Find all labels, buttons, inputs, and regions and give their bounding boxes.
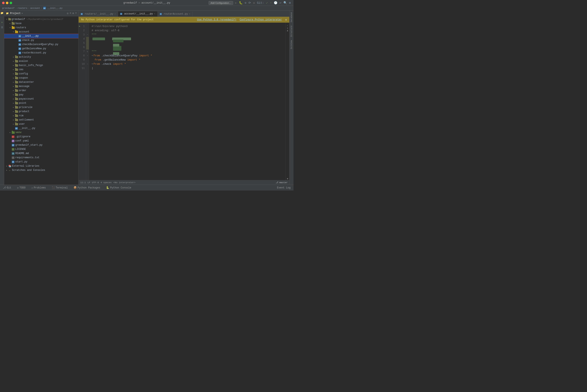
stop-icon[interactable]: ◼ bbox=[252, 1, 255, 5]
tree-item-config[interactable]: config bbox=[4, 72, 78, 76]
project-icon-btn[interactable]: 📁 bbox=[0, 11, 4, 15]
tree-item-product[interactable]: product bbox=[4, 110, 78, 114]
breadcrumb-account[interactable]: account bbox=[30, 7, 40, 10]
tree-item-message[interactable]: message bbox=[4, 84, 78, 88]
folder-icon-account bbox=[15, 31, 18, 33]
git-tool-icon: ⎇ bbox=[3, 186, 6, 189]
code-content[interactable]: #!/usr/bin/env python3 # encoding: utf-8… bbox=[89, 23, 286, 180]
breadcrumb-greedwolf[interactable]: greedwolf bbox=[2, 7, 14, 10]
breadcrumb-routers[interactable]: routers bbox=[18, 7, 27, 10]
locate-file-icon[interactable]: ◎ bbox=[67, 12, 68, 15]
structure-icon-btn[interactable]: ☰ bbox=[0, 26, 4, 29]
git-rollback-icon[interactable]: ↩ bbox=[279, 1, 282, 5]
settings-icon[interactable]: ⚙ bbox=[72, 12, 74, 15]
tree-item-pricerule[interactable]: pricerule bbox=[4, 105, 78, 110]
tree-item-gitignore[interactable]: git .gitignore bbox=[4, 134, 78, 139]
tree-item-user[interactable]: user bbox=[4, 122, 78, 126]
profile-icon[interactable]: ⟳ bbox=[248, 1, 252, 5]
tree-item-startpy[interactable]: py start.py bbox=[4, 160, 78, 164]
tree-item-settlement[interactable]: settlement bbox=[4, 118, 78, 122]
line-num-11: 11 bbox=[78, 66, 85, 70]
tab-close-routers[interactable]: × bbox=[114, 13, 116, 15]
margin-up[interactable]: ▲ bbox=[287, 30, 288, 32]
tree-item-rcm[interactable]: rcm bbox=[4, 114, 78, 118]
tab-account-init[interactable]: py account/__init__.py × bbox=[118, 11, 158, 16]
structure-label[interactable]: Structure bbox=[290, 24, 293, 38]
tree-item-ext-libs[interactable]: 📚 External Libraries bbox=[4, 164, 78, 168]
collapse-all-icon[interactable]: ≡ bbox=[70, 12, 71, 15]
margin-down[interactable]: ▼ bbox=[287, 178, 288, 180]
todo-tool-btn[interactable]: ☑ TODO bbox=[16, 186, 27, 190]
tree-item-payaccount[interactable]: payaccount bbox=[4, 97, 78, 101]
tree-item-account[interactable]: account bbox=[4, 30, 78, 34]
tree-item-routers-init[interactable]: py __init__.py bbox=[4, 126, 78, 130]
tree-item-check-py[interactable]: py check.py bbox=[4, 38, 78, 42]
tree-item-getbalance[interactable]: py getBalanceNew.py bbox=[4, 46, 78, 51]
line-num-5: 5 bbox=[78, 41, 85, 45]
tree-item-basic-info[interactable]: basic_info_feign bbox=[4, 63, 78, 68]
tree-item-routers[interactable]: routers bbox=[4, 26, 78, 30]
fold-marker-3[interactable]: − bbox=[86, 33, 89, 37]
tree-item-checkbalance[interactable]: py checkBalance4QueryPay.py bbox=[4, 42, 78, 46]
tree-item-readme[interactable]: md README.md bbox=[4, 151, 78, 156]
tree-item-datacenter[interactable]: datacenter bbox=[4, 80, 78, 84]
coverage-icon[interactable]: ⊙ bbox=[244, 1, 247, 5]
git-tool-btn[interactable]: ⎇ Git bbox=[2, 186, 12, 190]
fold-arrow-10[interactable]: ▾ bbox=[92, 62, 93, 66]
terminal-tool-btn[interactable]: ⬛ Terminal bbox=[50, 186, 69, 190]
tab-close-account[interactable]: × bbox=[154, 12, 155, 15]
tree-item-scratches[interactable]: ✏ Scratches and Consoles bbox=[4, 168, 78, 172]
tree-item-coupon[interactable]: coupon bbox=[4, 76, 78, 80]
tree-item-init-py[interactable]: py __init__.py bbox=[4, 34, 78, 38]
status-git-branch[interactable]: ⎇ master bbox=[276, 181, 288, 184]
python-packages-tool-btn[interactable]: 📦 Python Packages bbox=[72, 186, 102, 190]
commit-icon-btn[interactable]: ⊕ bbox=[0, 20, 4, 24]
tab-routers-init[interactable]: py routers/__init__.py × bbox=[78, 11, 118, 16]
problems-tool-btn[interactable]: ⚠ Problems bbox=[30, 186, 47, 190]
git-check-icon[interactable]: ✓ bbox=[266, 1, 268, 5]
add-configuration-button[interactable]: Add Configuration… bbox=[208, 1, 233, 5]
use-python-link[interactable]: Use Python 3.8 (greedwolf) bbox=[197, 18, 236, 21]
tree-item-pay[interactable]: pay bbox=[4, 93, 78, 97]
tree-item-base[interactable]: base bbox=[4, 22, 78, 26]
run-icon[interactable]: ▶ bbox=[234, 1, 237, 5]
tree-item-cms[interactable]: cms bbox=[4, 68, 78, 72]
fold-marker-7-end[interactable]: L bbox=[86, 50, 89, 54]
database-label[interactable]: Database bbox=[290, 10, 293, 24]
fold-arrow-8[interactable]: ▾ bbox=[92, 54, 93, 58]
minimize-button[interactable] bbox=[6, 2, 8, 4]
close-panel-icon[interactable]: × bbox=[75, 12, 77, 15]
tree-item-routeraccount[interactable]: py routerAccount.py bbox=[4, 51, 78, 55]
configure-interpreter-link[interactable]: Configure Python interpreter bbox=[240, 18, 282, 21]
maximize-button[interactable] bbox=[10, 2, 12, 4]
warning-gear-icon[interactable]: ⚙ bbox=[285, 18, 287, 22]
tree-item-root[interactable]: greedwolf ~/PycharmProjects/greedwolf bbox=[4, 17, 78, 22]
event-log-btn[interactable]: Event Log bbox=[276, 186, 292, 190]
run-indicator-1: ▶ bbox=[79, 24, 80, 28]
tree-item-point[interactable]: point bbox=[4, 101, 78, 105]
tree-item-license[interactable]: L LICENSE bbox=[4, 147, 78, 151]
breadcrumb-init-py[interactable]: __init__.py bbox=[48, 7, 63, 10]
tree-item-activity[interactable]: activity bbox=[4, 55, 78, 59]
git-history-icon[interactable]: 🕐 bbox=[273, 1, 278, 5]
project-dropdown-arrow[interactable]: ▾ bbox=[22, 12, 23, 15]
sciview-label[interactable]: SciView bbox=[290, 38, 293, 51]
python-console-tool-btn[interactable]: 🐍 Python Console bbox=[105, 186, 132, 190]
status-interpreter[interactable]: <No interpreter> bbox=[113, 181, 136, 184]
tab-router-account[interactable]: py routerAccount.py × bbox=[158, 11, 193, 16]
search-icon[interactable]: 🔍 bbox=[283, 1, 288, 5]
tree-item-requirements[interactable]: txt requirements.txt bbox=[4, 156, 78, 160]
tab-close-router-account[interactable]: × bbox=[189, 13, 190, 15]
tree-label-greedwolf-start: greedwolf_start.py bbox=[15, 144, 42, 146]
debug-icon[interactable]: 🐛 bbox=[238, 1, 243, 5]
tree-item-order[interactable]: order bbox=[4, 88, 78, 93]
fold-marker-10[interactable]: − bbox=[86, 62, 89, 66]
close-button[interactable] bbox=[2, 2, 4, 4]
settings-gear-icon[interactable]: ⚙ bbox=[288, 1, 292, 5]
tree-item-avalon[interactable]: avalon bbox=[4, 59, 78, 63]
git-push-icon[interactable]: ↑ bbox=[270, 1, 272, 5]
tree-item-greedwolf-start[interactable]: py greedwolf_start.py bbox=[4, 143, 78, 147]
tree-item-venv[interactable]: venv bbox=[4, 130, 78, 134]
tree-item-conf-yaml[interactable]: yml conf.yaml bbox=[4, 139, 78, 143]
fold-marker-8[interactable]: − bbox=[86, 54, 89, 58]
